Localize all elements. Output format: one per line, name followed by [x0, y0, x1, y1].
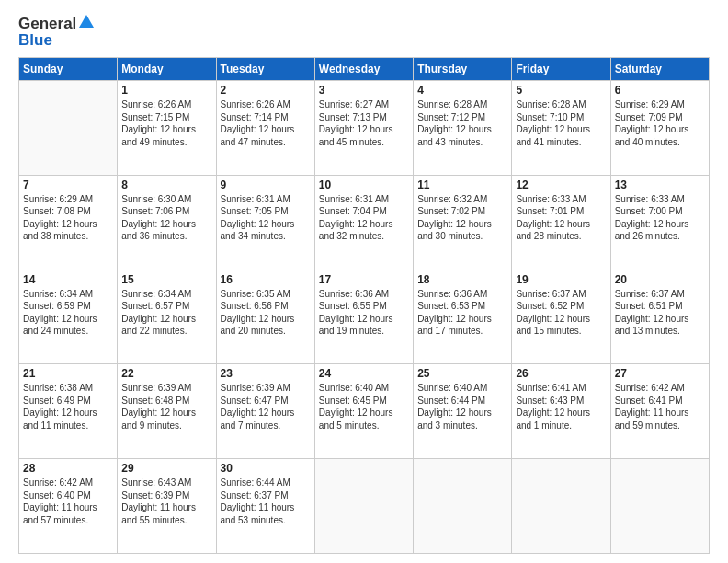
- calendar-cell: 14Sunrise: 6:34 AMSunset: 6:59 PMDayligh…: [19, 270, 118, 364]
- day-number: 29: [121, 462, 211, 475]
- weekday-header-row: SundayMondayTuesdayWednesdayThursdayFrid…: [19, 58, 710, 81]
- day-number: 15: [121, 273, 211, 286]
- day-number: 13: [615, 178, 705, 191]
- weekday-header-thursday: Thursday: [414, 58, 512, 81]
- calendar-cell: 13Sunrise: 6:33 AMSunset: 7:00 PMDayligh…: [610, 175, 709, 270]
- day-info: Sunrise: 6:34 AMSunset: 6:57 PMDaylight:…: [121, 288, 211, 338]
- calendar-week-row: 14Sunrise: 6:34 AMSunset: 6:59 PMDayligh…: [19, 270, 710, 364]
- weekday-header-friday: Friday: [512, 58, 610, 81]
- calendar-week-row: 1Sunrise: 6:26 AMSunset: 7:15 PMDaylight…: [19, 81, 710, 176]
- day-number: 17: [319, 273, 409, 286]
- calendar-cell: [610, 459, 709, 554]
- calendar-week-row: 21Sunrise: 6:38 AMSunset: 6:49 PMDayligh…: [19, 364, 710, 459]
- calendar-cell: 12Sunrise: 6:33 AMSunset: 7:01 PMDayligh…: [512, 175, 610, 270]
- day-info: Sunrise: 6:26 AMSunset: 7:15 PMDaylight:…: [121, 98, 211, 148]
- day-number: 16: [221, 273, 311, 286]
- calendar-cell: 17Sunrise: 6:36 AMSunset: 6:55 PMDayligh…: [314, 270, 413, 364]
- logo: General Blue: [18, 15, 94, 50]
- day-info: Sunrise: 6:28 AMSunset: 7:10 PMDaylight:…: [516, 98, 606, 148]
- day-info: Sunrise: 6:40 AMSunset: 6:45 PMDaylight:…: [319, 382, 409, 431]
- weekday-header-saturday: Saturday: [610, 58, 709, 81]
- calendar-cell: 27Sunrise: 6:42 AMSunset: 6:41 PMDayligh…: [610, 364, 709, 459]
- day-number: 8: [121, 178, 211, 191]
- day-number: 9: [221, 178, 311, 191]
- calendar-cell: 1Sunrise: 6:26 AMSunset: 7:15 PMDaylight…: [118, 81, 216, 176]
- day-info: Sunrise: 6:33 AMSunset: 7:00 PMDaylight:…: [615, 193, 705, 243]
- day-info: Sunrise: 6:35 AMSunset: 6:56 PMDaylight:…: [221, 288, 311, 338]
- logo-general-text: General: [18, 15, 76, 33]
- day-number: 21: [23, 367, 113, 380]
- day-info: Sunrise: 6:31 AMSunset: 7:05 PMDaylight:…: [221, 193, 311, 243]
- day-info: Sunrise: 6:44 AMSunset: 6:37 PMDaylight:…: [221, 477, 311, 526]
- day-number: 10: [319, 178, 409, 191]
- day-number: 27: [615, 367, 705, 380]
- day-info: Sunrise: 6:29 AMSunset: 7:08 PMDaylight:…: [23, 193, 113, 243]
- day-number: 23: [221, 367, 311, 380]
- calendar-table: SundayMondayTuesdayWednesdayThursdayFrid…: [18, 57, 710, 554]
- day-info: Sunrise: 6:33 AMSunset: 7:01 PMDaylight:…: [516, 193, 606, 243]
- day-info: Sunrise: 6:41 AMSunset: 6:43 PMDaylight:…: [516, 382, 606, 431]
- day-info: Sunrise: 6:37 AMSunset: 6:52 PMDaylight:…: [516, 288, 606, 338]
- calendar-cell: 20Sunrise: 6:37 AMSunset: 6:51 PMDayligh…: [610, 270, 709, 364]
- day-info: Sunrise: 6:28 AMSunset: 7:12 PMDaylight:…: [417, 98, 507, 148]
- calendar-cell: 10Sunrise: 6:31 AMSunset: 7:04 PMDayligh…: [314, 175, 413, 270]
- day-info: Sunrise: 6:39 AMSunset: 6:47 PMDaylight:…: [221, 382, 311, 431]
- day-info: Sunrise: 6:39 AMSunset: 6:48 PMDaylight:…: [121, 382, 211, 431]
- day-info: Sunrise: 6:29 AMSunset: 7:09 PMDaylight:…: [615, 98, 705, 148]
- day-number: 18: [417, 273, 507, 286]
- day-info: Sunrise: 6:27 AMSunset: 7:13 PMDaylight:…: [319, 98, 409, 148]
- day-number: 19: [516, 273, 606, 286]
- calendar-cell: 29Sunrise: 6:43 AMSunset: 6:39 PMDayligh…: [118, 459, 216, 554]
- calendar-cell: 3Sunrise: 6:27 AMSunset: 7:13 PMDaylight…: [314, 81, 413, 176]
- day-number: 6: [615, 84, 705, 97]
- calendar-cell: 15Sunrise: 6:34 AMSunset: 6:57 PMDayligh…: [118, 270, 216, 364]
- day-number: 22: [121, 367, 211, 380]
- day-number: 26: [516, 367, 606, 380]
- day-number: 11: [417, 178, 507, 191]
- calendar-week-row: 7Sunrise: 6:29 AMSunset: 7:08 PMDaylight…: [19, 175, 710, 270]
- page: General Blue SundayMondayTuesdayWednesda…: [0, 0, 728, 563]
- day-info: Sunrise: 6:40 AMSunset: 6:44 PMDaylight:…: [417, 382, 507, 431]
- calendar-cell: 22Sunrise: 6:39 AMSunset: 6:48 PMDayligh…: [118, 364, 216, 459]
- calendar-cell: 9Sunrise: 6:31 AMSunset: 7:05 PMDaylight…: [216, 175, 314, 270]
- day-number: 3: [319, 84, 409, 97]
- day-info: Sunrise: 6:42 AMSunset: 6:41 PMDaylight:…: [615, 382, 705, 431]
- day-info: Sunrise: 6:43 AMSunset: 6:39 PMDaylight:…: [121, 477, 211, 526]
- calendar-cell: 7Sunrise: 6:29 AMSunset: 7:08 PMDaylight…: [19, 175, 118, 270]
- weekday-header-monday: Monday: [118, 58, 216, 81]
- day-info: Sunrise: 6:34 AMSunset: 6:59 PMDaylight:…: [23, 288, 113, 338]
- day-number: 14: [23, 273, 113, 286]
- calendar-cell: 26Sunrise: 6:41 AMSunset: 6:43 PMDayligh…: [512, 364, 610, 459]
- day-info: Sunrise: 6:36 AMSunset: 6:55 PMDaylight:…: [319, 288, 409, 338]
- calendar-cell: 5Sunrise: 6:28 AMSunset: 7:10 PMDaylight…: [512, 81, 610, 176]
- day-info: Sunrise: 6:31 AMSunset: 7:04 PMDaylight:…: [319, 193, 409, 243]
- day-number: 30: [221, 462, 311, 475]
- calendar-cell: 4Sunrise: 6:28 AMSunset: 7:12 PMDaylight…: [414, 81, 512, 176]
- day-info: Sunrise: 6:30 AMSunset: 7:06 PMDaylight:…: [121, 193, 211, 243]
- calendar-cell: 23Sunrise: 6:39 AMSunset: 6:47 PMDayligh…: [216, 364, 314, 459]
- day-info: Sunrise: 6:42 AMSunset: 6:40 PMDaylight:…: [23, 477, 113, 526]
- day-number: 12: [516, 178, 606, 191]
- logo-blue-text: Blue: [18, 31, 52, 50]
- day-number: 5: [516, 84, 606, 97]
- calendar-cell: 2Sunrise: 6:26 AMSunset: 7:14 PMDaylight…: [216, 81, 314, 176]
- calendar-cell: [314, 459, 413, 554]
- day-number: 2: [221, 84, 311, 97]
- day-info: Sunrise: 6:36 AMSunset: 6:53 PMDaylight:…: [417, 288, 507, 338]
- calendar-cell: 19Sunrise: 6:37 AMSunset: 6:52 PMDayligh…: [512, 270, 610, 364]
- calendar-cell: 30Sunrise: 6:44 AMSunset: 6:37 PMDayligh…: [216, 459, 314, 554]
- weekday-header-wednesday: Wednesday: [314, 58, 413, 81]
- calendar-cell: [512, 459, 610, 554]
- day-number: 1: [121, 84, 211, 97]
- day-number: 4: [417, 84, 507, 97]
- weekday-header-tuesday: Tuesday: [216, 58, 314, 81]
- day-number: 24: [319, 367, 409, 380]
- day-number: 28: [23, 462, 113, 475]
- day-number: 20: [615, 273, 705, 286]
- calendar-cell: 28Sunrise: 6:42 AMSunset: 6:40 PMDayligh…: [19, 459, 118, 554]
- day-number: 7: [23, 178, 113, 191]
- svg-marker-0: [79, 15, 94, 28]
- calendar-cell: 21Sunrise: 6:38 AMSunset: 6:49 PMDayligh…: [19, 364, 118, 459]
- day-number: 25: [417, 367, 507, 380]
- calendar-cell: 8Sunrise: 6:30 AMSunset: 7:06 PMDaylight…: [118, 175, 216, 270]
